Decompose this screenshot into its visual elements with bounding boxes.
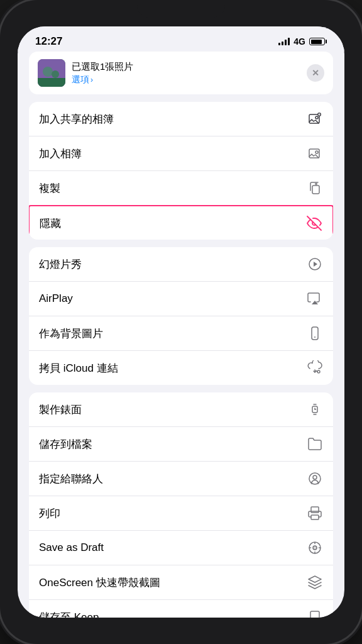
sheet-content: 已選取1張照片 選項 › ✕ 加入共享的相簿: [18, 52, 344, 618]
menu-item-icloud-link[interactable]: 拷貝 iCloud 連結: [29, 351, 333, 385]
menu-item-label: 儲存至 Keep: [39, 610, 99, 618]
menu-item-label: OneScreen 快速帶殼截圖: [39, 575, 160, 590]
header-title: 已選取1張照片: [72, 61, 133, 73]
svg-rect-28: [311, 515, 319, 519]
menu-item-watch-face[interactable]: 製作錶面: [29, 392, 333, 427]
person-circle-icon: [307, 470, 323, 487]
menu-item-label: 拷貝 iCloud 連結: [39, 361, 118, 375]
status-icons: 4G: [278, 36, 327, 47]
menu-item-label: 加入共享的相簿: [39, 112, 114, 126]
svg-point-10: [315, 151, 318, 153]
menu-item-label: 指定給聯絡人: [39, 472, 103, 486]
header-text-group: 已選取1張照片 選項 ›: [72, 61, 133, 86]
wordpress-icon: [307, 540, 323, 556]
header-card: 已選取1張照片 選項 › ✕: [29, 52, 333, 94]
airplay-icon: [307, 291, 323, 307]
menu-item-hide[interactable]: 隱藏: [29, 205, 333, 240]
shared-album-icon: [307, 111, 323, 127]
menu-item-assign-contact[interactable]: 指定給聯絡人: [29, 462, 333, 496]
svg-marker-17: [312, 301, 318, 304]
status-bar: 12:27 4G: [18, 26, 344, 52]
close-icon: ✕: [312, 69, 319, 77]
phone-screen: 12:27 4G: [18, 26, 344, 618]
hide-icon: [306, 215, 322, 231]
menu-item-label: 複製: [39, 181, 60, 196]
svg-point-26: [309, 473, 321, 484]
duplicate-icon: [307, 180, 323, 196]
menu-item-wallpaper[interactable]: 作為背景圖片: [29, 316, 333, 351]
menu-item-label: 幻燈片秀: [39, 257, 82, 272]
menu-item-print[interactable]: 列印: [29, 496, 333, 531]
menu-item-add-shared-album[interactable]: 加入共享的相簿: [29, 102, 333, 136]
svg-point-31: [313, 546, 317, 550]
menu-item-save-draft[interactable]: Save as Draft: [29, 531, 333, 565]
bookmark-icon: [307, 609, 323, 618]
play-circle-icon: [307, 256, 323, 272]
phone-icon: [307, 325, 323, 341]
svg-marker-16: [314, 262, 317, 267]
menu-item-label: 加入相簿: [39, 147, 82, 161]
svg-point-27: [313, 475, 317, 479]
folder-icon: [307, 436, 323, 452]
menu-item-label: Save as Draft: [39, 541, 104, 554]
watch-icon: [307, 401, 323, 418]
layers-icon: [307, 574, 323, 591]
menu-item-label: AirPlay: [39, 292, 73, 305]
menu-item-label: 作為背景圖片: [39, 326, 103, 341]
menu-item-onescreen[interactable]: OneScreen 快速帶殼截圖: [29, 565, 333, 600]
menu-group-2: 幻燈片秀 AirPlay: [29, 247, 333, 385]
album-icon: [307, 145, 323, 162]
header-left: 已選取1張照片 選項 ›: [38, 59, 133, 87]
menu-item-label: 製作錶面: [39, 402, 82, 417]
menu-item-label: 儲存到檔案: [39, 437, 92, 452]
svg-rect-3: [38, 78, 65, 87]
menu-item-airplay[interactable]: AirPlay: [29, 282, 333, 316]
svg-point-2: [52, 70, 59, 78]
svg-point-5: [315, 116, 318, 119]
notch: [137, 0, 225, 18]
printer-icon: [307, 505, 323, 521]
menu-group-1: 加入共享的相簿 加入相簿: [29, 102, 333, 240]
header-subtitle[interactable]: 選項 ›: [72, 74, 133, 86]
close-button[interactable]: ✕: [307, 64, 324, 82]
menu-item-save-files[interactable]: 儲存到檔案: [29, 427, 333, 462]
photo-thumbnail: [38, 59, 65, 87]
menu-group-3: 製作錶面 儲存到檔案: [29, 392, 333, 618]
battery-icon: [309, 38, 327, 45]
menu-item-slideshow[interactable]: 幻燈片秀: [29, 247, 333, 282]
signal-bars-icon: [278, 38, 290, 45]
network-type: 4G: [293, 36, 305, 47]
menu-item-duplicate[interactable]: 複製: [29, 171, 333, 206]
menu-item-save-keep[interactable]: 儲存至 Keep: [29, 600, 333, 618]
menu-item-add-album[interactable]: 加入相簿: [29, 136, 333, 171]
menu-item-label: 隱藏: [40, 216, 61, 231]
icloud-link-icon: [307, 360, 323, 376]
menu-item-label: 列印: [39, 506, 60, 521]
svg-point-20: [317, 370, 320, 373]
svg-rect-11: [312, 186, 319, 194]
status-time: 12:27: [35, 35, 62, 48]
chevron-icon: ›: [90, 75, 93, 84]
svg-point-1: [43, 67, 53, 77]
svg-marker-32: [309, 576, 321, 582]
phone-frame: 12:27 4G: [0, 0, 362, 644]
